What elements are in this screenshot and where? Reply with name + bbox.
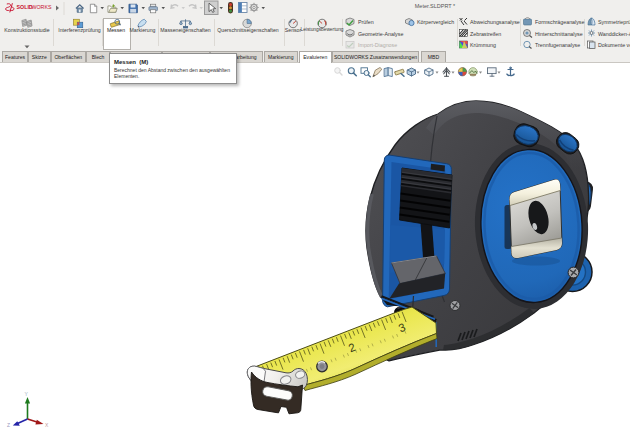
svg-text:Y: Y — [25, 391, 29, 397]
svg-text:X: X — [45, 422, 49, 428]
svg-text:Z: Z — [7, 422, 10, 428]
